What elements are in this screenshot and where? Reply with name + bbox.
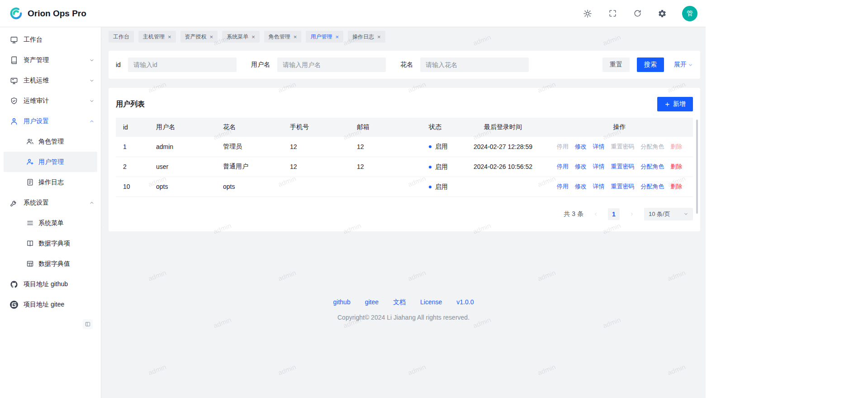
action-edit-link[interactable]: 修改 bbox=[575, 163, 587, 170]
nickname-input[interactable] bbox=[420, 58, 529, 72]
tab-user-management[interactable]: 用户管理 × bbox=[306, 31, 343, 43]
search-button[interactable]: 搜索 bbox=[637, 58, 664, 72]
action-detail-link[interactable]: 详情 bbox=[593, 163, 605, 170]
cell-actions: 停用 修改 详情 重置密码 分配角色 删除 bbox=[546, 157, 693, 177]
action-edit-link[interactable]: 修改 bbox=[575, 143, 587, 150]
sidebar-item-user-management[interactable]: 用户管理 bbox=[4, 152, 97, 172]
field-label: 花名 bbox=[400, 61, 413, 69]
sidebar-item-label: 操作日志 bbox=[38, 178, 64, 187]
add-user-button[interactable]: 新增 bbox=[657, 97, 693, 111]
tab-host-management[interactable]: 主机管理 × bbox=[138, 31, 176, 43]
column-header-id: id bbox=[116, 118, 149, 137]
cell-mobile bbox=[283, 177, 350, 197]
tab-system-menu[interactable]: 系统菜单 × bbox=[222, 31, 260, 43]
action-reset-password-link: 重置密码 bbox=[611, 143, 634, 150]
next-page-button[interactable] bbox=[626, 208, 638, 220]
close-icon[interactable]: × bbox=[335, 34, 339, 40]
host-monitor-icon bbox=[10, 77, 18, 85]
reset-button[interactable]: 重置 bbox=[602, 58, 630, 72]
fullscreen-icon bbox=[608, 9, 617, 18]
id-input[interactable] bbox=[128, 58, 237, 72]
refresh-button[interactable] bbox=[632, 9, 642, 19]
page-size-select[interactable]: 10 条/页 bbox=[644, 208, 693, 221]
action-detail-link[interactable]: 详情 bbox=[593, 143, 605, 150]
sidebar-item-host-ops[interactable]: 主机运维 bbox=[0, 70, 101, 91]
previous-page-button[interactable] bbox=[590, 208, 602, 220]
sidebar-item-label: 用户管理 bbox=[38, 158, 64, 166]
search-field-username: 用户名 bbox=[251, 58, 386, 72]
tab-label: 系统菜单 bbox=[227, 33, 248, 41]
cell-actions: 停用 修改 详情 重置密码 分配角色 删除 bbox=[546, 137, 693, 157]
user-table: id 用户名 花名 手机号 邮箱 状态 最后登录时间 操作 bbox=[116, 118, 693, 197]
action-delete-link[interactable]: 删除 bbox=[670, 183, 682, 190]
tab-bar: 工作台 主机管理 × 资产授权 × 系统菜单 × 角色管理 × bbox=[101, 27, 706, 46]
sidebar-item-dict-item[interactable]: 数据字典项 bbox=[4, 233, 97, 254]
tab-role-management[interactable]: 角色管理 × bbox=[264, 31, 302, 43]
users-group-icon bbox=[26, 138, 34, 146]
search-actions: 重置 搜索 展开 bbox=[602, 58, 693, 72]
field-label: 用户名 bbox=[251, 61, 270, 69]
table-scrollbar[interactable] bbox=[696, 120, 698, 214]
column-header-email: 邮箱 bbox=[350, 118, 422, 137]
user-avatar[interactable]: 管 bbox=[682, 6, 697, 21]
column-header-username: 用户名 bbox=[149, 118, 216, 137]
expand-toggle[interactable]: 展开 bbox=[674, 61, 693, 69]
table-row: 1 admin 管理员 12 12 启用 2024-02-27 12:28:59… bbox=[116, 137, 693, 157]
sidebar-item-label: 项目地址 gitee bbox=[24, 301, 64, 309]
action-disable-link[interactable]: 停用 bbox=[557, 183, 569, 190]
close-icon[interactable]: × bbox=[251, 34, 255, 40]
page-number-1[interactable]: 1 bbox=[608, 208, 620, 220]
shield-icon bbox=[10, 97, 18, 105]
action-reset-password-link[interactable]: 重置密码 bbox=[611, 163, 634, 170]
cell-last-login: 2024-02-26 10:56:52 bbox=[460, 157, 546, 177]
close-icon[interactable]: × bbox=[377, 34, 381, 40]
cell-actions: 停用 修改 详情 重置密码 分配角色 删除 bbox=[546, 177, 693, 197]
close-icon[interactable]: × bbox=[168, 34, 171, 40]
sidebar-item-operation-log[interactable]: 操作日志 bbox=[4, 172, 97, 192]
github-icon bbox=[10, 280, 18, 288]
close-icon[interactable]: × bbox=[210, 34, 213, 40]
sidebar-item-system-menu[interactable]: 系统菜单 bbox=[4, 213, 97, 233]
user-list-card: 用户列表 新增 id 用户名 花名 bbox=[109, 88, 700, 231]
footer-link-github[interactable]: github bbox=[333, 298, 351, 307]
card-title: 用户列表 bbox=[116, 100, 145, 109]
username-input[interactable] bbox=[277, 58, 386, 72]
theme-toggle-button[interactable] bbox=[583, 9, 593, 19]
footer-link-version[interactable]: v1.0.0 bbox=[456, 298, 474, 307]
sidebar-collapse-button[interactable] bbox=[83, 319, 93, 329]
sidebar-item-label: 数据字典值 bbox=[38, 260, 70, 268]
column-header-last-login: 最后登录时间 bbox=[460, 118, 546, 137]
sidebar: 工作台 资产管理 主机运维 bbox=[0, 27, 101, 398]
search-filter-card: id 用户名 花名 重置 搜索 展开 bbox=[109, 51, 700, 79]
sidebar-item-label: 角色管理 bbox=[38, 138, 64, 146]
sidebar-item-dict-value[interactable]: 数据字典值 bbox=[4, 254, 97, 274]
action-assign-role-link[interactable]: 分配角色 bbox=[640, 183, 664, 190]
sidebar-item-workbench[interactable]: 工作台 bbox=[0, 29, 101, 50]
sidebar-item-role-management[interactable]: 角色管理 bbox=[4, 131, 97, 152]
settings-button[interactable] bbox=[657, 9, 667, 19]
sidebar-item-system-settings[interactable]: 系统设置 bbox=[0, 192, 101, 213]
sidebar-item-gitee-link[interactable]: 项目地址 gitee bbox=[0, 294, 101, 315]
fullscreen-button[interactable] bbox=[607, 9, 617, 19]
menu-lines-icon bbox=[26, 219, 34, 227]
search-field-nickname: 花名 bbox=[400, 58, 529, 72]
action-assign-role-link[interactable]: 分配角色 bbox=[640, 163, 664, 170]
action-reset-password-link[interactable]: 重置密码 bbox=[611, 183, 634, 190]
tab-workbench[interactable]: 工作台 bbox=[109, 31, 134, 43]
sidebar-item-github-link[interactable]: 项目地址 github bbox=[0, 274, 101, 294]
top-bar: Orion Ops Pro bbox=[0, 0, 706, 27]
tab-operation-log[interactable]: 操作日志 × bbox=[348, 31, 385, 43]
sidebar-item-user-settings[interactable]: 用户设置 bbox=[0, 111, 101, 131]
sidebar-item-asset-management[interactable]: 资产管理 bbox=[0, 50, 101, 70]
footer-link-license[interactable]: License bbox=[420, 298, 442, 307]
footer-link-docs[interactable]: 文档 bbox=[393, 298, 406, 307]
close-icon[interactable]: × bbox=[294, 34, 297, 40]
field-label: id bbox=[116, 61, 121, 68]
tab-asset-authorization[interactable]: 资产授权 × bbox=[180, 31, 218, 43]
action-detail-link[interactable]: 详情 bbox=[593, 183, 605, 190]
action-disable-link[interactable]: 停用 bbox=[557, 163, 569, 170]
action-delete-link[interactable]: 删除 bbox=[670, 163, 682, 170]
action-edit-link[interactable]: 修改 bbox=[575, 183, 587, 190]
sidebar-item-ops-audit[interactable]: 运维审计 bbox=[0, 91, 101, 111]
footer-link-gitee[interactable]: gitee bbox=[365, 298, 379, 307]
